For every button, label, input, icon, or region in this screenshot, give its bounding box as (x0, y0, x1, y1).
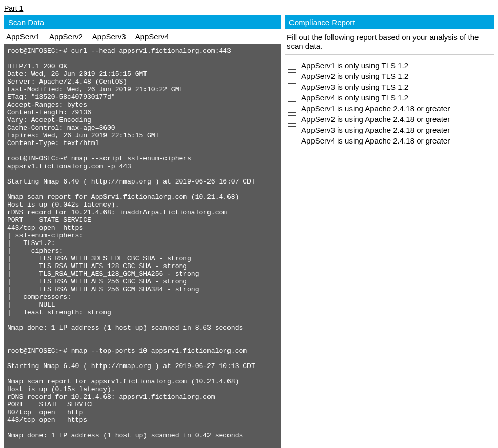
checkbox-label: AppServ3 is using Apache 2.4.18 or great… (301, 126, 450, 134)
checkbox[interactable] (288, 94, 296, 102)
checkbox[interactable] (288, 62, 296, 70)
checkbox-label: AppServ3 is only using TLS 1.2 (301, 83, 408, 91)
checkbox[interactable] (288, 72, 296, 80)
checkbox[interactable] (288, 137, 296, 145)
tab-appserv4[interactable]: AppServ4 (135, 32, 169, 41)
checkbox[interactable] (288, 83, 296, 91)
compliance-checklist: AppServ1 is only using TLS 1.2 AppServ2 … (285, 55, 494, 151)
part-label: Part 1 (4, 3, 494, 15)
list-item: AppServ3 is only using TLS 1.2 (288, 82, 491, 92)
list-item: AppServ1 is only using TLS 1.2 (288, 60, 491, 71)
terminal-output: root@INFOSEC:~# curl --head appsrv1.fict… (4, 44, 281, 448)
checkbox[interactable] (288, 126, 296, 134)
server-tabs: AppServ1 AppServ2 AppServ3 AppServ4 (4, 29, 281, 44)
list-item: AppServ4 is using Apache 2.4.18 or great… (288, 135, 491, 146)
tab-appserv1[interactable]: AppServ1 (6, 32, 40, 41)
scan-data-header: Scan Data (4, 15, 281, 29)
scan-data-panel: Scan Data AppServ1 AppServ2 AppServ3 App… (4, 15, 281, 448)
checkbox-label: AppServ1 is using Apache 2.4.18 or great… (301, 104, 450, 113)
tab-appserv2[interactable]: AppServ2 (49, 32, 83, 41)
list-item: AppServ1 is using Apache 2.4.18 or great… (288, 103, 491, 114)
compliance-panel: Compliance Report Fill out the following… (285, 15, 494, 448)
checkbox-label: AppServ2 is using Apache 2.4.18 or great… (301, 115, 450, 124)
checkbox-label: AppServ2 is only using TLS 1.2 (301, 72, 408, 80)
tab-appserv3[interactable]: AppServ3 (92, 32, 126, 41)
compliance-instructions: Fill out the following report based on y… (285, 29, 494, 55)
list-item: AppServ2 is using Apache 2.4.18 or great… (288, 114, 491, 125)
list-item: AppServ3 is using Apache 2.4.18 or great… (288, 125, 491, 135)
list-item: AppServ4 is only using TLS 1.2 (288, 92, 491, 103)
checkbox[interactable] (288, 105, 296, 113)
checkbox-label: AppServ1 is only using TLS 1.2 (301, 61, 408, 70)
checkbox-label: AppServ4 is using Apache 2.4.18 or great… (301, 136, 450, 145)
compliance-header: Compliance Report (285, 15, 494, 29)
checkbox[interactable] (288, 115, 296, 124)
main-columns: Scan Data AppServ1 AppServ2 AppServ3 App… (4, 15, 494, 448)
list-item: AppServ2 is only using TLS 1.2 (288, 71, 491, 82)
checkbox-label: AppServ4 is only using TLS 1.2 (301, 93, 408, 102)
